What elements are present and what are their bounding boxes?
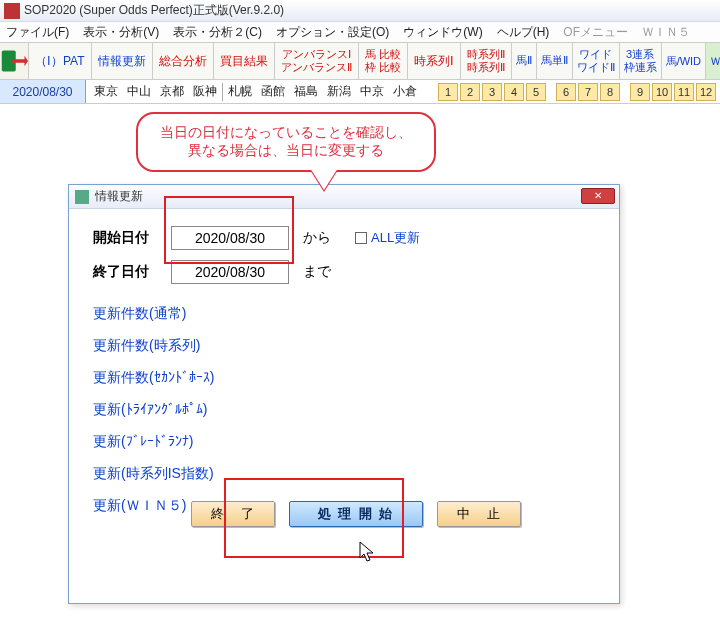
tb-wide2-label: ワイドⅡ bbox=[577, 61, 615, 74]
race-10[interactable]: 10 bbox=[652, 83, 672, 101]
menu-window[interactable]: ウィンドウ(W) bbox=[403, 24, 482, 41]
tb-umatan2-label: 馬単Ⅱ bbox=[541, 54, 568, 67]
tb-uma[interactable]: 馬Ⅱ bbox=[512, 43, 537, 79]
tb-umawid[interactable]: 馬/WID bbox=[662, 43, 706, 79]
trk-chukyo[interactable]: 中京 bbox=[356, 83, 389, 100]
tb-umahikaku: 馬 比較 bbox=[365, 48, 401, 61]
lnk-blade[interactable]: 更新(ﾌﾞﾚｰﾄﾞﾗﾝﾅ) bbox=[93, 433, 595, 451]
toolbar: （Ⅰ）PAT 情報更新 総合分析 買目結果 アンバランスⅠ アンバランスⅡ 馬 … bbox=[0, 42, 720, 80]
end-date-row: 終了日付 2020/08/30 まで bbox=[93, 257, 595, 287]
end-date-input[interactable]: 2020/08/30 bbox=[171, 260, 289, 284]
menu-view[interactable]: 表示・分析(V) bbox=[83, 24, 159, 41]
trk-tokyo[interactable]: 東京 bbox=[90, 83, 123, 100]
tb-refresh[interactable]: 情報更新 bbox=[92, 43, 153, 79]
race-5[interactable]: 5 bbox=[526, 83, 546, 101]
annotation-callout: 当日の日付になっていることを確認し、 異なる場合は、当日に変更する bbox=[136, 112, 436, 172]
lnk-second[interactable]: 更新件数(ｾｶﾝﾄﾞﾎｰｽ) bbox=[93, 369, 595, 387]
track-list: 東京 中山 京都 阪神 札幌 函館 福島 新潟 中京 小倉 bbox=[86, 80, 426, 103]
race-2[interactable]: 2 bbox=[460, 83, 480, 101]
track-row: 2020/08/30 東京 中山 京都 阪神 札幌 函館 福島 新潟 中京 小倉… bbox=[0, 80, 720, 104]
menu-view2[interactable]: 表示・分析２(C) bbox=[173, 24, 262, 41]
trk-nakayama[interactable]: 中山 bbox=[123, 83, 156, 100]
dialog-buttons: 終 了 処 理 開 始 中 止 bbox=[191, 501, 521, 527]
lnk-jikeiretsu[interactable]: 更新件数(時系列) bbox=[93, 337, 595, 355]
dialog-titlebar[interactable]: 情報更新 ✕ bbox=[69, 185, 619, 209]
tb-unbalance1: アンバランスⅠ bbox=[282, 48, 351, 61]
menu-help[interactable]: ヘルプ(H) bbox=[497, 24, 550, 41]
dialog-body: 開始日付 2020/08/30 から ALL更新 終了日付 2020/08/30… bbox=[69, 209, 619, 543]
tb-pat[interactable]: （Ⅰ）PAT bbox=[29, 43, 92, 79]
trk-hakodate[interactable]: 函館 bbox=[257, 83, 290, 100]
callout-tail-inner bbox=[310, 168, 338, 190]
tb-jikeiretsu2b: 時系列Ⅱ bbox=[467, 61, 505, 74]
lnk-is[interactable]: 更新(時系列IS指数) bbox=[93, 465, 595, 483]
start-process-button[interactable]: 処 理 開 始 bbox=[289, 501, 423, 527]
callout-line1: 当日の日付になっていることを確認し、 bbox=[160, 124, 412, 142]
menu-options[interactable]: オプション・設定(O) bbox=[276, 24, 389, 41]
race-11[interactable]: 11 bbox=[674, 83, 694, 101]
callout-line2: 異なる場合は、当日に変更する bbox=[188, 142, 384, 160]
end-date-suffix: まで bbox=[303, 263, 331, 281]
menu-of[interactable]: OFメニュー bbox=[563, 24, 628, 41]
tb-wakuhikaku: 枠 比較 bbox=[365, 61, 401, 74]
end-button[interactable]: 終 了 bbox=[191, 501, 275, 527]
start-date-suffix: から bbox=[303, 229, 331, 247]
menu-file[interactable]: ファイル(F) bbox=[6, 24, 69, 41]
start-date-input[interactable]: 2020/08/30 bbox=[171, 226, 289, 250]
tb-jikeiretsu1[interactable]: 時系列Ⅰ bbox=[408, 43, 461, 79]
menu-win5[interactable]: ＷＩＮ５ bbox=[642, 24, 690, 41]
start-date-label: 開始日付 bbox=[93, 229, 171, 247]
tb-wide-label: ワイド bbox=[579, 48, 612, 61]
race-4[interactable]: 4 bbox=[504, 83, 524, 101]
toolbar-exit-icon[interactable] bbox=[0, 43, 29, 79]
race-9[interactable]: 9 bbox=[630, 83, 650, 101]
all-update-checkbox[interactable]: ALL更新 bbox=[355, 229, 420, 247]
lnk-triangle[interactable]: 更新(ﾄﾗｲｱﾝｸﾞﾙﾎﾟﾑ) bbox=[93, 401, 595, 419]
tb-sanrenkei[interactable]: 3連系 枠連系 bbox=[620, 43, 662, 79]
race-12[interactable]: 12 bbox=[696, 83, 716, 101]
info-update-dialog: 情報更新 ✕ 開始日付 2020/08/30 から ALL更新 終了日付 202… bbox=[68, 184, 620, 604]
dialog-icon bbox=[75, 190, 89, 204]
tb-wakurenkei-label: 枠連系 bbox=[624, 61, 657, 74]
all-update-label: ALL更新 bbox=[371, 229, 420, 247]
race-8[interactable]: 8 bbox=[600, 83, 620, 101]
cursor-icon bbox=[358, 540, 378, 564]
trk-kokura[interactable]: 小倉 bbox=[389, 83, 422, 100]
trk-niigata[interactable]: 新潟 bbox=[323, 83, 356, 100]
tb-uma2-label: 馬Ⅱ bbox=[516, 54, 532, 67]
race-6[interactable]: 6 bbox=[556, 83, 576, 101]
trk-hanshin[interactable]: 阪神 bbox=[189, 83, 222, 100]
update-links: 更新件数(通常) 更新件数(時系列) 更新件数(ｾｶﾝﾄﾞﾎｰｽ) 更新(ﾄﾗｲ… bbox=[93, 305, 595, 515]
trk-kyoto[interactable]: 京都 bbox=[156, 83, 189, 100]
race-3[interactable]: 3 bbox=[482, 83, 502, 101]
tb-kaimoku[interactable]: 買目結果 bbox=[214, 43, 275, 79]
menubar: ファイル(F) 表示・分析(V) 表示・分析２(C) オプション・設定(O) ウ… bbox=[0, 22, 720, 42]
race-1[interactable]: 1 bbox=[438, 83, 458, 101]
stop-button[interactable]: 中 止 bbox=[437, 501, 521, 527]
trk-sapporo[interactable]: 札幌 bbox=[224, 83, 257, 100]
tb-unbalance[interactable]: アンバランスⅠ アンバランスⅡ bbox=[275, 43, 359, 79]
trk-fukushima[interactable]: 福島 bbox=[290, 83, 323, 100]
lnk-normal[interactable]: 更新件数(通常) bbox=[93, 305, 595, 323]
race-buttons: 1 2 3 4 5 6 7 8 9 10 11 12 bbox=[436, 80, 720, 103]
tb-jikeiretsu2[interactable]: 時系列Ⅱ 時系列Ⅱ bbox=[461, 43, 512, 79]
tb-unbalance2: アンバランスⅡ bbox=[281, 61, 352, 74]
window-title: SOP2020 (Super Odds Perfect)正式版(Ver.9.2.… bbox=[24, 2, 284, 19]
tb-wide[interactable]: ワイド ワイドⅡ bbox=[573, 43, 620, 79]
tb-umatan[interactable]: 馬単Ⅱ bbox=[537, 43, 573, 79]
start-date-row: 開始日付 2020/08/30 から ALL更新 bbox=[93, 223, 595, 253]
checkbox-icon bbox=[355, 232, 367, 244]
window-titlebar: SOP2020 (Super Odds Perfect)正式版(Ver.9.2.… bbox=[0, 0, 720, 22]
tb-sanrenkei-label: 3連系 bbox=[626, 48, 654, 61]
tb-jikeiretsu2a: 時系列Ⅱ bbox=[467, 48, 505, 61]
dialog-title: 情報更新 bbox=[95, 188, 143, 205]
tb-w5[interactable]: Ｗ５ bbox=[706, 43, 720, 79]
current-date[interactable]: 2020/08/30 bbox=[0, 80, 86, 103]
end-date-label: 終了日付 bbox=[93, 263, 171, 281]
app-icon bbox=[4, 3, 20, 19]
tb-sogobunseki[interactable]: 総合分析 bbox=[153, 43, 214, 79]
tb-hikaku[interactable]: 馬 比較 枠 比較 bbox=[359, 43, 408, 79]
close-icon[interactable]: ✕ bbox=[581, 188, 615, 204]
race-7[interactable]: 7 bbox=[578, 83, 598, 101]
